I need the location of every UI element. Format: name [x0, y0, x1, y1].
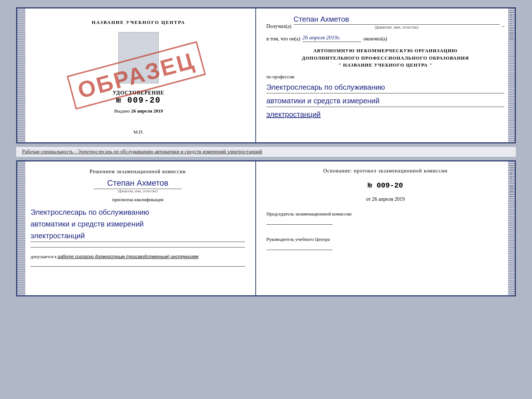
org-block: АВТОНОМНУЮ НЕКОММЕРЧЕСКУЮ ОРГАНИЗАЦИЮ ДО…: [266, 47, 504, 69]
prisvoena-line: присвоена квалификация: [30, 197, 245, 203]
po-professii-label: по профессии: [266, 74, 504, 80]
profession-line2: автоматики и средств измерений: [266, 95, 504, 107]
bottom-spine-dash-3: [510, 170, 513, 171]
profession-line3: электростанций: [266, 108, 504, 120]
cert-top-left: НАЗВАНИЕ УЧЕБНОГО ЦЕНТРА УДОСТОВЕРЕНИЕ №…: [17, 8, 256, 142]
subtitle-bar: Рабочая специальность - Электрослесарь п…: [16, 146, 516, 157]
bottom-spine-dash-7: [510, 194, 513, 194]
vydano-label: Выдано: [114, 108, 130, 114]
cert-top-spine-right: и а ←: [508, 8, 515, 142]
cert-bottom: Решением экзаменационной комиссии Степан…: [16, 160, 516, 296]
bottom-spine-dash-1: [510, 165, 513, 165]
ot-date-line: от 26 апреля 2019: [266, 196, 504, 202]
udostoverenie-title: УДОСТОВЕРЕНИЕ: [113, 90, 164, 96]
osnovanie-line: Основание: протокол экзаменационной коми…: [266, 168, 504, 174]
predsedatel-signature-line: [266, 224, 332, 225]
dopuskaetsya-underline: [30, 266, 245, 267]
poluchil-name: Степан Ахметов: [294, 15, 500, 25]
profession-block-left: Электрослесарь по обслуживанию автоматик…: [30, 206, 245, 242]
cert-bottom-left: Решением экзаменационной комиссии Степан…: [17, 161, 256, 295]
cert-top: НАЗВАНИЕ УЧЕБНОГО ЦЕНТРА УДОСТОВЕРЕНИЕ №…: [16, 7, 516, 143]
profession-underline: [30, 247, 245, 247]
bottom-spine-letter-arrow: ←: [510, 181, 513, 184]
cert-top-right: Получил(а) Степан Ахметов (фамилия, имя,…: [256, 8, 515, 142]
bottom-spine-dash-6: [510, 191, 513, 192]
org-line2: ДОПОЛНИТЕЛЬНОГО ПРОФЕССИОНАЛЬНОГО ОБРАЗО…: [266, 54, 504, 62]
top-left-title: НАЗВАНИЕ УЧЕБНОГО ЦЕНТРА: [92, 19, 186, 25]
okonchil-label: окончил(а): [363, 36, 387, 42]
resheniem-line: Решением экзаменационной комиссии: [30, 169, 245, 175]
vydano-date: 26 апреля 2019: [131, 108, 163, 114]
bottom-spine-dash-4: [510, 186, 513, 186]
fio-hint-top: (фамилия, имя, отчество): [294, 25, 500, 29]
poluchil-line: Получил(а) Степан Ахметов (фамилия, имя,…: [266, 15, 504, 29]
bottom-spine-dash-8: [510, 196, 513, 197]
bottom-name: Степан Ахметов: [94, 178, 182, 189]
bottom-profession-line3: электростанций: [30, 230, 245, 242]
org-line1: АВТОНОМНУЮ НЕКОММЕРЧЕСКУЮ ОРГАНИЗАЦИЮ: [266, 47, 504, 54]
vtom-label: в том, что он(а): [266, 36, 300, 42]
bottom-profession-line1: Электрослесарь по обслуживанию: [30, 206, 245, 218]
bottom-fio-hint: (фамилия, имя, отчество): [118, 189, 158, 193]
ot-date: 26 апреля 2019: [372, 196, 405, 202]
bottom-spine-dash-2: [510, 168, 513, 168]
dash-after-name: –: [502, 24, 504, 29]
cert-bottom-right: Основание: протокол экзаменационной коми…: [256, 161, 515, 295]
spine-dash-3: [510, 31, 513, 31]
document-wrapper: НАЗВАНИЕ УЧЕБНОГО ЦЕНТРА УДОСТОВЕРЕНИЕ №…: [16, 7, 516, 296]
poluchil-label: Получил(а): [266, 24, 291, 29]
dopuskaetsya-line: допускается к работе согласно должностны…: [30, 254, 245, 260]
dopuskaetsya-label: допускается к: [30, 254, 57, 259]
protocol-num: № 009-20: [266, 181, 504, 190]
vydano-line: Выдано 26 апреля 2019: [114, 108, 163, 114]
udostoverenie-num: № 009-20: [113, 96, 164, 105]
ot-label: от: [366, 196, 371, 202]
dopuskaetsya-value: работе согласно должностным (производств…: [58, 254, 198, 259]
predsedatel-block: Председатель экзаменационной комиссии: [266, 211, 504, 226]
photo-placeholder: [118, 32, 159, 83]
spine-letter-i: и: [510, 15, 513, 17]
rukovoditel-block: Руководитель учебного Центра: [266, 236, 504, 252]
bottom-name-block: Степан Ахметов (фамилия, имя, отчество): [30, 178, 245, 193]
spine-dash-1: [510, 12, 513, 13]
bottom-profession-line2: автоматики и средств измерений: [30, 218, 245, 230]
bottom-spine-dash-5: [510, 189, 513, 189]
bottom-spine-letter-i: и: [510, 173, 513, 175]
org-line3: " НАЗВАНИЕ УЧЕБНОГО ЦЕНТРА ": [266, 61, 504, 69]
vtom-date: 26 апреля 2019г.: [302, 35, 361, 42]
udostoverenie-block: УДОСТОВЕРЕНИЕ № 009-20: [113, 90, 164, 105]
spine-dash-4: [510, 33, 513, 33]
cert-bottom-spine-right: и а ←: [508, 161, 515, 295]
spine-letter-arrow: ←: [510, 22, 513, 26]
bottom-spine-letter-a: а: [510, 177, 513, 178]
vtom-line: в том, что он(а) 26 апреля 2019г. окончи…: [266, 35, 504, 42]
spine-dash-5: [510, 36, 513, 36]
spine-bottom-left: [17, 161, 25, 295]
mp-line: М.П.: [133, 125, 143, 135]
spine-dash-6: [510, 38, 513, 39]
rukovoditel-title: Руководитель учебного Центра: [266, 236, 504, 242]
po-professii-block: по профессии Электрослесарь по обслужива…: [266, 74, 504, 120]
predsedatel-title: Председатель экзаменационной комиссии: [266, 211, 504, 217]
rukovoditel-signature-line: [266, 250, 332, 250]
spine-dash-2: [510, 28, 513, 28]
spine-letter-a: а: [510, 19, 513, 20]
profession-line1: Электрослесарь по обслуживанию: [266, 81, 504, 93]
